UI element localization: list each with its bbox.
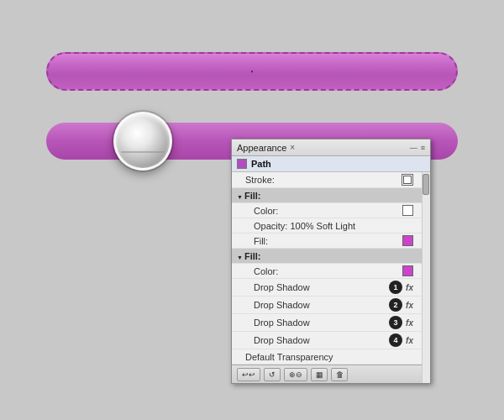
- drop-shadow-row-1: Drop Shadow 1 fx: [232, 279, 422, 297]
- panel-minimize-button[interactable]: —: [410, 144, 417, 152]
- fill-section-1: Fill:: [232, 188, 422, 203]
- opacity-label: Opacity: 100% Soft Light: [254, 221, 413, 231]
- path-label: Path: [251, 159, 271, 169]
- panel-rows-container: Stroke: Fill: Color: Opacity: 100% Soft …: [232, 172, 422, 383]
- stroke-icon[interactable]: [402, 174, 413, 186]
- color-swatch-2[interactable]: [402, 265, 413, 276]
- toolbar-save-btn[interactable]: ▦: [311, 368, 328, 381]
- fx-icon-4[interactable]: fx: [406, 336, 413, 345]
- fill-label-1: Fill:: [244, 191, 261, 201]
- panel-menu-button[interactable]: ≡: [421, 144, 425, 152]
- panel-title-area: Appearance ×: [237, 143, 295, 153]
- panel-inner: Stroke: Fill: Color: Opacity: 100% Soft …: [232, 172, 430, 383]
- fill-collapse-2[interactable]: [237, 251, 243, 261]
- path-row: Path: [232, 156, 430, 172]
- fill-color-label: Fill:: [254, 236, 399, 246]
- pill-top: ·: [46, 52, 458, 91]
- drop-shadow-badge-1: 1: [389, 281, 402, 294]
- color-row-1: Color:: [232, 203, 422, 218]
- appearance-panel: Appearance × — ≡ Path Stroke: Fill:: [231, 139, 431, 384]
- drop-shadow-label-1: Drop Shadow: [254, 282, 386, 292]
- panel-scrollbar[interactable]: [422, 172, 430, 383]
- panel-titlebar: Appearance × — ≡: [232, 139, 430, 156]
- default-transparency-row: Default Transparency: [232, 349, 422, 365]
- drop-shadow-label-4: Drop Shadow: [254, 335, 386, 345]
- panel-toolbar: ↩↩ ↺ ⊕⊖ ▦ 🗑: [232, 365, 422, 383]
- fill-color-swatch[interactable]: [402, 235, 413, 246]
- fill-section-2: Fill:: [232, 249, 422, 264]
- color-label-1: Color:: [254, 206, 399, 216]
- circle-knob: [113, 112, 172, 171]
- pill-dot: ·: [250, 66, 253, 76]
- toolbar-refresh-btn[interactable]: ↺: [264, 368, 281, 381]
- default-transparency-label: Default Transparency: [245, 352, 413, 362]
- fx-icon-1[interactable]: fx: [406, 283, 413, 292]
- drop-shadow-row-2: Drop Shadow 2 fx: [232, 297, 422, 314]
- drop-shadow-badge-2: 2: [389, 298, 402, 312]
- drop-shadow-badge-3: 3: [389, 316, 402, 329]
- fx-icon-3[interactable]: fx: [406, 318, 413, 328]
- opacity-row: Opacity: 100% Soft Light: [232, 218, 422, 234]
- scroll-thumb[interactable]: [423, 174, 429, 195]
- toolbar-delete-btn[interactable]: 🗑: [331, 368, 348, 381]
- fx-icon-2[interactable]: fx: [406, 301, 413, 310]
- stroke-row: Stroke:: [232, 172, 422, 188]
- stroke-label: Stroke:: [245, 175, 398, 185]
- path-color-swatch: [237, 159, 247, 169]
- drop-shadow-row-4: Drop Shadow 4 fx: [232, 332, 422, 349]
- drop-shadow-badge-4: 4: [389, 333, 402, 347]
- color-swatch-1[interactable]: [402, 205, 413, 216]
- color-row-2: Color:: [232, 264, 422, 279]
- drop-shadow-label-2: Drop Shadow: [254, 300, 386, 310]
- fill-label-2: Fill:: [244, 251, 261, 261]
- panel-title: Appearance: [237, 143, 286, 153]
- panel-close-button[interactable]: ×: [290, 143, 295, 152]
- fill-color-row: Fill:: [232, 234, 422, 249]
- toolbar-plus-minus-btn[interactable]: ⊕⊖: [284, 368, 307, 381]
- drop-shadow-row-3: Drop Shadow 3 fx: [232, 314, 422, 332]
- drop-shadow-label-3: Drop Shadow: [254, 318, 386, 328]
- color-label-2: Color:: [254, 266, 399, 276]
- panel-title-right: — ≡: [410, 144, 425, 152]
- toolbar-add-btn[interactable]: ↩↩: [237, 368, 260, 381]
- fill-collapse-1[interactable]: [237, 191, 243, 201]
